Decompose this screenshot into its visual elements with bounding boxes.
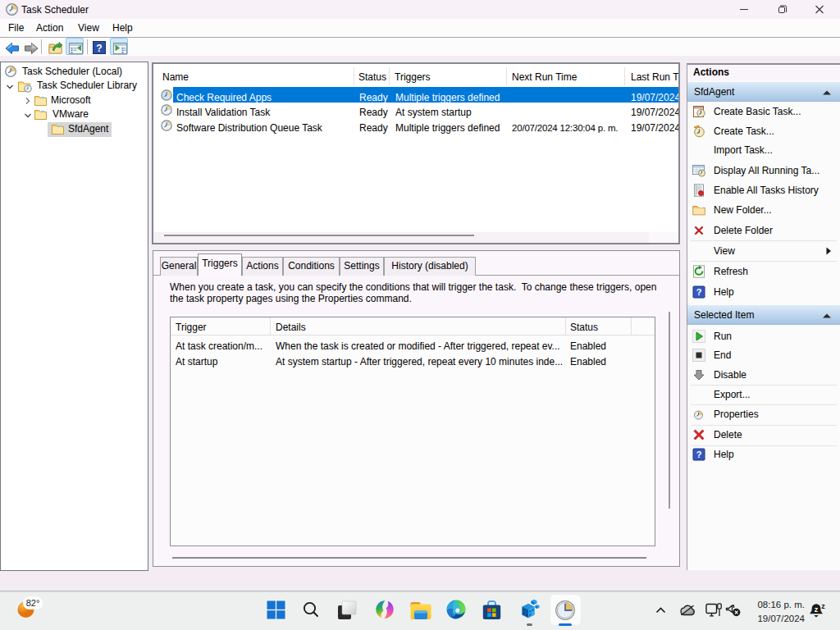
svg-text:z: z: [815, 605, 819, 614]
svg-text:?: ?: [696, 287, 702, 297]
svg-text:?: ?: [96, 43, 102, 54]
svg-text:?: ?: [696, 450, 702, 459]
svg-text:z: z: [821, 602, 825, 610]
svg-text:82°: 82°: [26, 598, 40, 608]
